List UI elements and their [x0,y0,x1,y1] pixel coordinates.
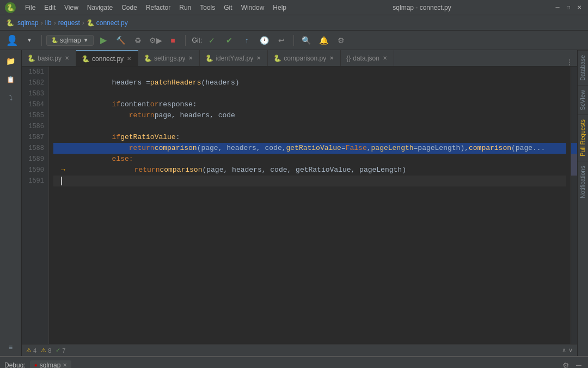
git-area: Git: ✓ ✔ ↑ 🕐 ↩ [192,33,290,48]
breadcrumb-sep-3: › [82,19,84,27]
warn-count-1: 4 [33,347,36,354]
warn-triangle-1: ⚠ [26,347,32,354]
tab-identywaf-py[interactable]: 🐍 identYwaf.py ✕ [200,50,268,66]
warn-count-2: 8 [48,347,51,354]
git-tick-button[interactable]: ✔ [222,33,237,48]
menu-refactor[interactable]: Refactor [142,2,175,14]
run-button[interactable]: ▶ [96,33,111,48]
rebuild-button[interactable]: ♻ [131,33,146,48]
profile-button[interactable]: 👤 [4,33,20,48]
profile-dropdown[interactable]: ▼ [22,33,37,48]
code-line-1589: else: [53,154,566,165]
minimize-button[interactable]: ─ [553,3,562,12]
menu-file[interactable]: File [21,2,40,14]
tab-more-button[interactable]: ⋮ [562,58,577,66]
debug-header-buttons: ⚙ ─ [560,360,584,369]
git-revert-button[interactable]: ↩ [274,33,289,48]
breadcrumb-file[interactable]: 🐍 connect.py [87,19,128,27]
breadcrumb-bar: 🐍 sqlmap › lib › request › 🐍 connect.py [0,15,588,31]
sidebar-database[interactable]: Database [578,50,588,85]
debug-header: Debug: ● sqlmap ✕ ⚙ ─ [0,357,588,368]
tab-close-comparison[interactable]: ✕ [328,55,335,61]
sidebar-project[interactable]: 📁 [2,52,20,70]
code-line-1585: return page, headers, code [53,110,566,121]
warning-controls: ∧ ∨ [562,347,573,354]
debug-hide-btn[interactable]: ─ [574,360,584,369]
menu-git[interactable]: Git [219,2,236,14]
warning-item-1[interactable]: ⚠ 4 [26,347,36,354]
menu-edit[interactable]: Edit [40,2,60,14]
git-check-button[interactable]: ✓ [204,33,219,48]
sidebar-structure[interactable]: ≡ [2,339,20,356]
search-everywhere-button[interactable]: 🔍 [298,33,314,48]
tab-close-json[interactable]: ✕ [382,55,388,61]
sidebar-commit[interactable]: 📋 [2,71,20,88]
check-icon: ✓ [56,347,60,354]
warning-item-2[interactable]: ⚠ 8 [41,347,51,354]
breadcrumb-request[interactable]: request [58,19,80,27]
sidebar-notifications[interactable]: Notifications [578,161,588,203]
tab-icon-json: {} [346,55,351,62]
menu-bar: 🐍 File Edit View Navigate Code Refactor … [0,0,588,15]
menu-code[interactable]: Code [117,2,142,14]
maximize-button[interactable]: □ [564,3,573,12]
debug-session-close[interactable]: ✕ [63,362,67,368]
debug-session-tab[interactable]: ● sqlmap ✕ [30,360,72,369]
app-logo: 🐍 [4,2,16,14]
check-item[interactable]: ✓ 7 [56,347,65,354]
settings-run-button[interactable]: ⚙▶ [148,33,163,48]
editor-area: 🐍 basic.py ✕ 🐍 connect.py ✕ 🐍 settings.p… [22,50,577,356]
sidebar-pull-requests-right[interactable]: Pull Requests [578,114,588,161]
code-line-1587: if getRatioValue: [53,132,566,143]
warning-bar: ⚠ 4 ⚠ 8 ✓ 7 ∧ ∨ [22,344,577,356]
code-lines[interactable]: headers = patchHeaders(headers) if conte… [49,67,571,344]
menu-help[interactable]: Help [268,2,291,14]
tab-comparison-py[interactable]: 🐍 comparison.py ✕ [268,50,341,66]
sidebar-pull-requests[interactable]: ⤵ [2,89,20,107]
menu-tools[interactable]: Tools [195,2,219,14]
close-button[interactable]: ✕ [575,3,584,12]
breadcrumb-icon: 🐍 [4,17,15,28]
breadcrumb-lib[interactable]: lib [45,19,52,27]
tab-icon-connect: 🐍 [82,55,90,63]
menu-navigate[interactable]: Navigate [83,2,117,14]
sidebar-scview[interactable]: ScVIew [578,85,588,114]
tab-close-connect[interactable]: ✕ [126,56,132,62]
check-count: 7 [62,347,65,354]
tab-label-ident: identYwaf.py [216,55,253,62]
execution-arrow: → [61,165,65,176]
git-push-button[interactable]: ↑ [239,33,254,48]
stop-button[interactable]: ■ [166,33,181,48]
menu-window[interactable]: Window [237,2,269,14]
tab-connect-py[interactable]: 🐍 connect.py ✕ [76,50,138,66]
breadcrumb-sqlmap[interactable]: sqlmap [17,19,39,27]
code-line-1583 [53,88,566,99]
tab-label-json: data.json [353,55,379,62]
tab-icon-settings: 🐍 [144,55,152,62]
tab-close-ident[interactable]: ✕ [255,55,262,61]
menu-run[interactable]: Run [175,2,195,14]
ide-settings-button[interactable]: ⚙ [333,33,348,48]
collapse-btn[interactable]: ∨ [568,347,573,354]
minimap-highlight [571,143,577,154]
tab-settings-py[interactable]: 🐍 settings.py ✕ [138,50,200,66]
debug-settings-btn[interactable]: ⚙ [560,360,572,369]
expand-btn[interactable]: ∧ [562,347,566,354]
git-history-button[interactable]: 🕐 [256,33,272,48]
code-line-1591 [53,176,566,186]
notifications-button[interactable]: 🔔 [316,33,331,48]
tab-close-basic[interactable]: ✕ [64,55,70,61]
toolbar-sep-3 [293,35,294,46]
menu-view[interactable]: View [60,2,83,14]
svg-text:🐍: 🐍 [7,3,15,11]
tab-close-settings[interactable]: ✕ [187,55,194,61]
debug-panel: Debug: ● sqlmap ✕ ⚙ ─ ▶ ↺ Debugger Conso… [0,356,588,368]
tab-data-json[interactable]: {} data.json ✕ [341,50,394,66]
tab-icon-comparison: 🐍 [273,55,281,62]
build-button[interactable]: 🔨 [113,33,128,48]
run-config-selector[interactable]: 🐍 sqlmap ▼ [46,35,94,46]
git-label: Git: [192,37,203,44]
window-controls: ─ □ ✕ [553,3,584,12]
tab-basic-py[interactable]: 🐍 basic.py ✕ [22,50,76,66]
minimap [571,67,577,344]
